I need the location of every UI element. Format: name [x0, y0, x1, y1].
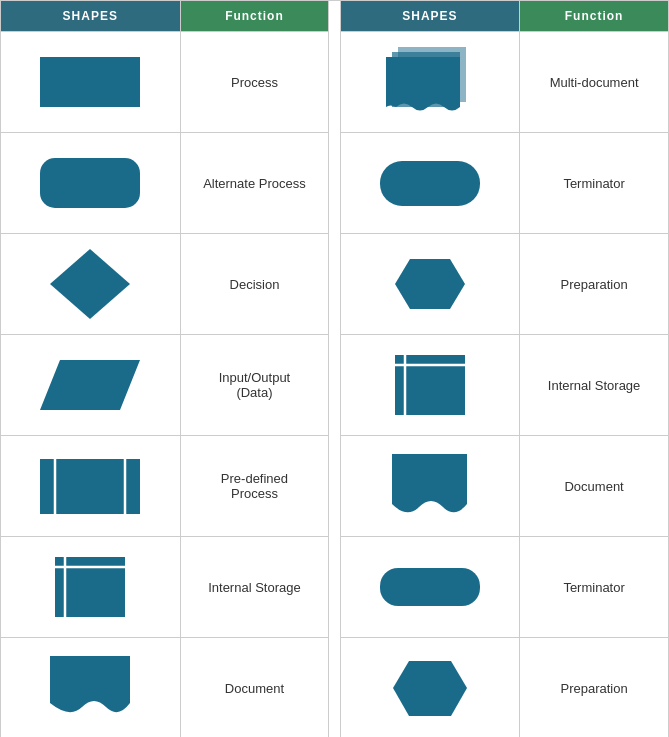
shape-cell-alt-process: [1, 133, 181, 234]
divider-header: [329, 1, 340, 32]
left-function-header: Function: [180, 1, 329, 32]
shape-cell-document-r: [340, 436, 520, 537]
table-row: Pre-definedProcess Document: [1, 436, 669, 537]
function-cell-input-output: Input/Output(Data): [180, 335, 329, 436]
table-row: Decision Preparation: [1, 234, 669, 335]
table-row: Process Multi-document: [1, 32, 669, 133]
function-cell-terminator: Terminator: [520, 133, 669, 234]
shape-cell-terminator: [340, 133, 520, 234]
divider-cell: [329, 234, 340, 335]
function-cell-internal-storage-l: Internal Storage: [180, 537, 329, 638]
divider-cell: [329, 436, 340, 537]
right-shapes-header: SHAPES: [340, 1, 520, 32]
svg-rect-3: [40, 158, 140, 208]
table-row: Alternate Process Terminator: [1, 133, 669, 234]
function-cell-pre-defined: Pre-definedProcess: [180, 436, 329, 537]
divider-cell: [329, 638, 340, 738]
shape-cell-document-l: [1, 638, 181, 738]
function-cell-multi-doc: Multi-document: [520, 32, 669, 133]
shape-cell-process: [1, 32, 181, 133]
table-row: Document Preparation: [1, 638, 669, 738]
svg-rect-4: [380, 161, 480, 206]
shape-cell-internal-storage-l: [1, 537, 181, 638]
function-cell-process: Process: [180, 32, 329, 133]
function-cell-decision: Decision: [180, 234, 329, 335]
function-cell-document-r: Document: [520, 436, 669, 537]
svg-marker-7: [40, 360, 140, 410]
function-cell-preparation: Preparation: [520, 234, 669, 335]
svg-marker-5: [50, 249, 130, 319]
right-function-header: Function: [520, 1, 669, 32]
shape-cell-internal-storage-r: [340, 335, 520, 436]
svg-rect-0: [40, 57, 140, 107]
function-cell-alt-process: Alternate Process: [180, 133, 329, 234]
shape-cell-preparation: [340, 234, 520, 335]
divider-cell: [329, 335, 340, 436]
shape-cell-input-output: [1, 335, 181, 436]
svg-rect-17: [380, 568, 480, 606]
shape-cell-terminator2: [340, 537, 520, 638]
shape-cell-decision: [1, 234, 181, 335]
divider-cell: [329, 537, 340, 638]
function-cell-internal-storage-r: Internal Storage: [520, 335, 669, 436]
function-cell-terminator2: Terminator: [520, 537, 669, 638]
left-shapes-header: SHAPES: [1, 1, 181, 32]
function-cell-preparation2: Preparation: [520, 638, 669, 738]
shape-cell-preparation2: [340, 638, 520, 738]
table-row: Internal Storage Terminator: [1, 537, 669, 638]
svg-marker-6: [395, 259, 465, 309]
divider-cell: [329, 133, 340, 234]
table-row: Input/Output(Data) Internal Storage: [1, 335, 669, 436]
shape-cell-pre-defined: [1, 436, 181, 537]
svg-marker-18: [393, 661, 467, 716]
shape-cell-multi-doc: [340, 32, 520, 133]
function-cell-document-l: Document: [180, 638, 329, 738]
divider-cell: [329, 32, 340, 133]
